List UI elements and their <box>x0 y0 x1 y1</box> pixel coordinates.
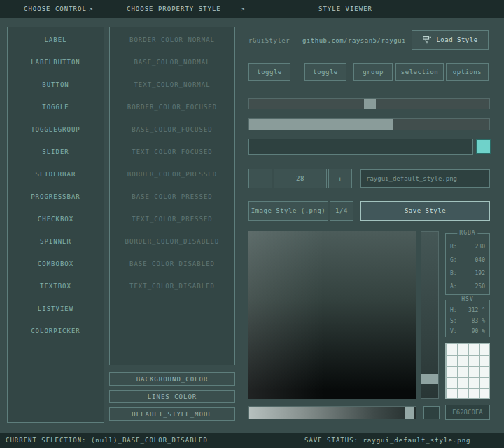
hsv-group: HSV H: 312 ° S: 83 % V: 90 % <box>445 300 490 337</box>
nav-separator-icon: > <box>89 6 93 13</box>
rgba-r-value: 230 <box>475 244 485 250</box>
control-item[interactable]: COMBOBOX <box>8 253 104 275</box>
controls-list-panel: LABEL LABELBUTTON BUTTON TOGGLE TOGGLEGR… <box>7 27 104 423</box>
rgba-b-value: 192 <box>475 270 485 276</box>
property-item[interactable]: BORDER_COLOR_PRESSED <box>110 163 234 186</box>
paint-roller-icon <box>422 35 432 45</box>
rgba-g-label: G: <box>450 257 457 263</box>
control-item[interactable]: LISTVIEW <box>8 298 104 320</box>
toggle-group-item-selection[interactable]: selection <box>396 63 444 81</box>
toggle-button-1[interactable]: toggle <box>248 63 290 81</box>
checkbox[interactable] <box>476 139 491 154</box>
control-item[interactable]: LABELBUTTON <box>8 51 104 74</box>
image-style-button[interactable]: Image Style (.png) <box>248 201 328 220</box>
alpha-slider-handle[interactable] <box>405 407 414 419</box>
rgba-a-value: 250 <box>475 284 485 290</box>
control-item[interactable]: BUTTON <box>8 74 104 96</box>
toggle-button-2[interactable]: toggle <box>304 63 346 81</box>
property-item[interactable]: BORDER_COLOR_NORMAL <box>110 29 234 51</box>
progress-bar[interactable] <box>248 118 490 130</box>
toggle-group-item-options[interactable]: options <box>446 63 489 81</box>
hsv-h-label: H: <box>450 307 457 314</box>
save-style-button[interactable]: Save Style <box>360 201 490 220</box>
control-item[interactable]: SPINNER <box>8 230 104 253</box>
filename-input[interactable]: raygui_default_style.png <box>360 169 490 188</box>
control-item[interactable]: PROGRESSBAR <box>8 186 104 208</box>
text-input[interactable] <box>248 139 473 155</box>
property-item[interactable]: TEXT_COLOR_NORMAL <box>110 74 234 96</box>
hsv-row-s: S: 83 % <box>446 316 489 326</box>
slider[interactable] <box>248 98 490 109</box>
default-style-mode-button[interactable]: DEFAULT_STYLE_MODE <box>109 407 235 421</box>
property-item[interactable]: TEXT_COLOR_PRESSED <box>110 208 234 230</box>
control-item[interactable]: CHECKBOX <box>8 208 104 230</box>
app-title-label: rGuiStyler <box>248 37 290 44</box>
lines-color-button[interactable]: LINES_COLOR <box>109 390 235 403</box>
control-item[interactable]: TOGGLE <box>8 96 104 118</box>
slider-handle[interactable] <box>364 99 376 108</box>
rgba-group-title: RGBA <box>457 230 477 236</box>
nav-style-viewer: STYLE VIEWER <box>318 6 372 13</box>
hsv-s-value: 83 % <box>472 318 485 324</box>
hsv-group-title: HSV <box>459 296 475 302</box>
style-combo-box[interactable]: 1/4 <box>330 201 354 220</box>
property-item[interactable]: BASE_COLOR_FOCUSED <box>110 118 234 141</box>
control-item[interactable]: TEXTBOX <box>8 275 104 298</box>
hsv-s-label: S: <box>450 318 457 324</box>
background-color-button[interactable]: BACKGROUND_COLOR <box>109 372 235 386</box>
hsv-v-label: V: <box>450 328 457 335</box>
rgba-row-b: B: 192 <box>446 267 489 280</box>
control-item[interactable]: SLIDER <box>8 141 104 163</box>
alpha-slider[interactable] <box>248 406 416 419</box>
toggle-group-item-group[interactable]: group <box>354 63 393 81</box>
progress-bar-fill <box>249 119 393 130</box>
properties-list-panel: BORDER_COLOR_NORMAL BASE_COLOR_NORMAL TE… <box>109 27 235 365</box>
rgba-group: RGBA R: 230 G: 040 B: 192 A: 250 <box>445 233 490 295</box>
load-style-button-label: Load Style <box>436 36 477 43</box>
spinner-minus-button[interactable]: - <box>248 169 272 188</box>
rgba-row-a: A: 250 <box>446 280 489 293</box>
rgba-r-label: R: <box>450 244 457 250</box>
hsv-h-value: 312 ° <box>468 307 485 314</box>
property-item[interactable]: BORDER_COLOR_FOCUSED <box>110 96 234 118</box>
hsv-row-v: V: 90 % <box>446 326 489 337</box>
color-picker-panel[interactable] <box>248 231 416 399</box>
spinner-value-box[interactable]: 28 <box>274 169 327 188</box>
nav-choose-control[interactable]: CHOOSE CONTROL <box>24 6 87 13</box>
property-item[interactable]: BASE_COLOR_DISABLED <box>110 253 234 275</box>
property-item[interactable]: BORDER_COLOR_DISABLED <box>110 230 234 253</box>
control-item[interactable]: SLIDERBAR <box>8 163 104 186</box>
hue-slider-handle[interactable] <box>421 374 438 384</box>
top-bar: CHOOSE CONTROL > CHOOSE PROPERTY STYLE >… <box>0 0 504 18</box>
rgba-g-value: 040 <box>475 257 485 263</box>
property-item[interactable]: BASE_COLOR_NORMAL <box>110 51 234 74</box>
color-swatch-grid[interactable] <box>445 343 490 399</box>
save-status: SAVE STATUS: raygui_default_style.png <box>304 437 470 444</box>
hsv-v-value: 90 % <box>472 328 485 335</box>
property-item[interactable]: TEXT_COLOR_DISABLED <box>110 275 234 298</box>
status-bar: CURRENT SELECTION: (null)_BASE_COLOR_DIS… <box>0 433 504 448</box>
property-item[interactable]: BASE_COLOR_PRESSED <box>110 186 234 208</box>
spinner-plus-button[interactable]: + <box>328 169 352 188</box>
rgba-row-g: G: 040 <box>446 253 489 267</box>
control-item[interactable]: LABEL <box>8 29 104 51</box>
rgba-row-r: R: 230 <box>446 240 489 253</box>
property-item[interactable]: TEXT_COLOR_FOCUSED <box>110 141 234 163</box>
hsv-row-h: H: 312 ° <box>446 305 489 316</box>
load-style-button[interactable]: Load Style <box>412 30 489 50</box>
control-item[interactable]: COLORPICKER <box>8 320 104 342</box>
current-selection-status: CURRENT SELECTION: (null)_BASE_COLOR_DIS… <box>6 437 208 444</box>
hex-color-input[interactable]: E628C0FA <box>445 405 490 420</box>
rguistyler-window: CHOOSE CONTROL > CHOOSE PROPERTY STYLE >… <box>0 0 504 448</box>
hue-slider[interactable] <box>421 231 439 399</box>
nav-separator-icon: > <box>241 6 245 13</box>
repo-link[interactable]: github.com/raysan5/raygui <box>302 37 406 44</box>
small-checkbox[interactable] <box>424 406 440 419</box>
nav-choose-property-style[interactable]: CHOOSE PROPERTY STYLE <box>127 6 221 13</box>
rgba-a-label: A: <box>450 284 457 290</box>
rgba-b-label: B: <box>450 270 457 276</box>
control-item[interactable]: TOGGLEGROUP <box>8 118 104 141</box>
